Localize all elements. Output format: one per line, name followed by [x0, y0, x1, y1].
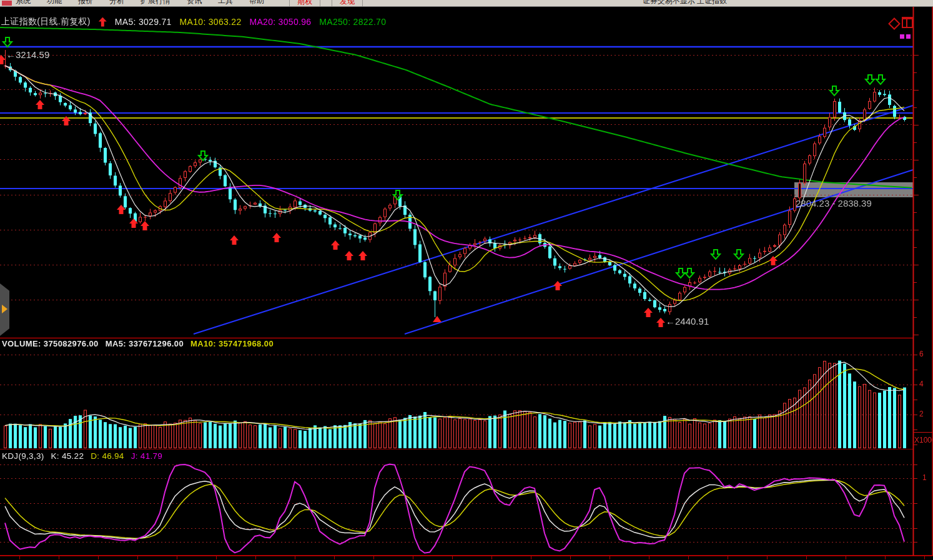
menu-item-3[interactable]: 分析	[109, 0, 124, 6]
magenta-marker-icon	[906, 34, 911, 39]
volume-axis-tick-2: 2	[919, 410, 924, 418]
menu-item-4[interactable]: 扩展行情	[141, 0, 170, 6]
chart-canvas[interactable]	[0, 0, 933, 560]
ma-label-0: MA5: 3029.71	[115, 17, 172, 27]
chart-title-row: 上证指数(日线.前复权) MA5: 3029.71MA10: 3063.22MA…	[1, 16, 386, 27]
volume-axis-tick-0: 6	[919, 350, 924, 358]
magenta-marker-icon	[900, 34, 904, 39]
volume-label-1: MA5: 337671296.00	[106, 339, 184, 348]
menu-button-1[interactable]: 发现	[332, 0, 363, 7]
kdj-label-1: K: 45.22	[51, 451, 84, 461]
app-logo-icon[interactable]	[2, 1, 12, 6]
chart-title[interactable]: 上证指数(日线.前复权)	[1, 16, 91, 27]
trading-terminal-window: 系统功能报价分析扩展行情资讯工具帮助 期权发现 证券交易不显示 上证指数 上证指…	[0, 0, 933, 560]
menu-item-0[interactable]: 系统	[16, 0, 31, 6]
ma-label-2: MA20: 3050.96	[249, 17, 311, 27]
window-pane-icon[interactable]	[902, 17, 913, 28]
kdj-label-0: KDJ(9,3,3)	[2, 451, 44, 461]
sidebar-expand-tab[interactable]	[0, 283, 9, 336]
kdj-label-3: J: 41.79	[131, 451, 162, 461]
volume-label-0: VOLUME: 375082976.00	[2, 339, 99, 348]
volume-multiplier-label: X10000	[914, 436, 932, 445]
kdj-label-2: D: 46.94	[91, 451, 124, 461]
volume-label-2: MA10: 357471968.00	[190, 339, 274, 348]
ma-label-3: MA250: 2822.70	[319, 17, 386, 27]
low-price-label: ←2440.91	[666, 316, 709, 327]
up-arrow-icon	[99, 17, 107, 27]
menu-item-2[interactable]: 报价	[78, 0, 93, 6]
menu-items: 系统功能报价分析扩展行情资讯工具帮助	[16, 0, 264, 7]
high-price-label: ←3214.59	[6, 49, 49, 60]
menu-item-6[interactable]: 工具	[218, 0, 233, 6]
ma-label-1: MA10: 3063.22	[180, 17, 242, 27]
gap-range-label: 2804.23 - 2838.39	[796, 198, 872, 209]
expand-arrow-icon	[2, 305, 7, 313]
session-status-text: 证券交易不显示 上证指数	[643, 0, 727, 6]
volume-axis-tick-1: 4	[919, 380, 924, 388]
menu-button-0[interactable]: 期权	[289, 0, 320, 7]
kdj-legend: KDJ(9,3,3)K: 45.22D: 46.94J: 41.79	[2, 451, 162, 461]
menu-item-7[interactable]: 帮助	[249, 0, 264, 6]
menu-bar: 系统功能报价分析扩展行情资讯工具帮助 期权发现 证券交易不显示 上证指数	[0, 0, 933, 7]
kdj-axis-label: 1	[922, 473, 927, 482]
menu-item-1[interactable]: 功能	[47, 0, 62, 6]
volume-legend: VOLUME: 375082976.00MA5: 337671296.00MA1…	[2, 339, 274, 348]
ma-legend: MA5: 3029.71MA10: 3063.22MA20: 3050.96MA…	[115, 17, 386, 27]
menu-quick-buttons: 期权发现	[289, 0, 363, 7]
menu-item-5[interactable]: 资讯	[187, 0, 202, 6]
